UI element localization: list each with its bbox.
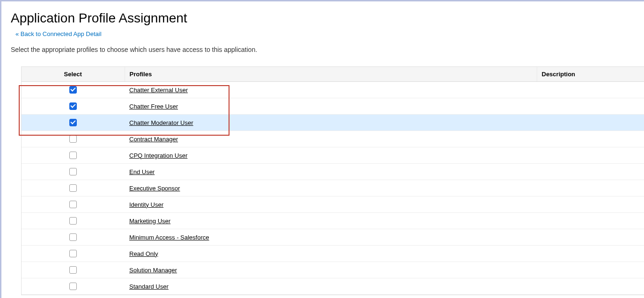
cell-profile: End User <box>125 164 537 180</box>
cell-profile: Minimum Access - Salesforce <box>125 229 537 246</box>
cell-select <box>22 213 125 229</box>
cell-description <box>537 229 644 246</box>
profile-link[interactable]: Marketing User <box>129 218 170 225</box>
profile-link[interactable]: Chatter Moderator User <box>129 119 193 126</box>
profile-link[interactable]: Minimum Access - Salesforce <box>129 234 209 241</box>
profile-link[interactable]: Identity User <box>129 201 163 208</box>
profile-link[interactable]: End User <box>129 168 155 175</box>
cell-profile: Contract Manager <box>125 131 537 147</box>
cell-description <box>537 180 644 196</box>
cell-select <box>22 147 125 164</box>
header-description: Description <box>537 67 644 82</box>
table-row: CPQ Integration User <box>22 147 644 164</box>
cell-select <box>22 196 125 213</box>
cell-select <box>22 164 125 180</box>
back-link[interactable]: « Back to Connected App Detail <box>15 30 102 37</box>
cell-description <box>537 262 644 278</box>
cell-select <box>22 98 125 115</box>
cell-select <box>22 82 125 98</box>
cell-profile: Executive Sponsor <box>125 180 537 196</box>
profile-link[interactable]: CPQ Integration User <box>129 152 187 159</box>
cell-description <box>537 164 644 180</box>
profile-checkbox[interactable] <box>69 184 77 192</box>
table-header-row: Select Profiles Description <box>22 67 644 82</box>
table-row: Chatter Moderator User <box>22 115 644 131</box>
profiles-table: Select Profiles Description Chatter Exte… <box>22 67 644 295</box>
cell-description <box>537 115 644 131</box>
table-row: Executive Sponsor <box>22 180 644 196</box>
profile-checkbox[interactable] <box>69 119 77 126</box>
cell-description <box>537 131 644 147</box>
header-profiles: Profiles <box>125 67 537 82</box>
table-row: Read Only <box>22 246 644 262</box>
cell-description <box>537 196 644 213</box>
profile-checkbox[interactable] <box>69 86 77 94</box>
profile-checkbox[interactable] <box>69 283 77 290</box>
table-row: Minimum Access - Salesforce <box>22 229 644 246</box>
profile-link[interactable]: Solution Manager <box>129 267 177 274</box>
cell-description <box>537 98 644 115</box>
profile-checkbox[interactable] <box>69 250 77 257</box>
profile-link[interactable]: Chatter External User <box>129 87 188 94</box>
profile-checkbox[interactable] <box>69 233 77 241</box>
cell-profile: Marketing User <box>125 213 537 229</box>
page-title: Application Profile Assignment <box>11 11 644 26</box>
table-row: Chatter Free User <box>22 98 644 115</box>
cell-profile: Standard User <box>125 278 537 295</box>
cell-description <box>537 82 644 98</box>
table-row: Marketing User <box>22 213 644 229</box>
profile-checkbox[interactable] <box>69 201 77 208</box>
profile-checkbox[interactable] <box>69 152 77 159</box>
cell-profile: Chatter Free User <box>125 98 537 115</box>
cell-profile: Chatter Moderator User <box>125 115 537 131</box>
cell-profile: Identity User <box>125 196 537 213</box>
table-row: Solution Manager <box>22 262 644 278</box>
table-row: Chatter External User <box>22 82 644 98</box>
profile-checkbox[interactable] <box>69 168 77 175</box>
table-row: End User <box>22 164 644 180</box>
table-row: Contract Manager <box>22 131 644 147</box>
profile-checkbox[interactable] <box>69 102 77 110</box>
cell-select <box>22 115 125 131</box>
cell-select <box>22 131 125 147</box>
cell-select <box>22 229 125 246</box>
profile-checkbox[interactable] <box>69 217 77 225</box>
cell-profile: Read Only <box>125 246 537 262</box>
header-select: Select <box>22 67 125 82</box>
cell-profile: Chatter External User <box>125 82 537 98</box>
cell-description <box>537 246 644 262</box>
table-row: Standard User <box>22 278 644 295</box>
profile-link[interactable]: Executive Sponsor <box>129 185 180 192</box>
cell-profile: CPQ Integration User <box>125 147 537 164</box>
cell-description <box>537 278 644 295</box>
profile-link[interactable]: Chatter Free User <box>129 103 178 110</box>
cell-select <box>22 278 125 295</box>
profile-link[interactable]: Contract Manager <box>129 136 178 143</box>
cell-description <box>537 147 644 164</box>
profile-checkbox[interactable] <box>69 266 77 274</box>
profile-checkbox[interactable] <box>69 135 77 143</box>
cell-select <box>22 180 125 196</box>
table-row: Identity User <box>22 196 644 213</box>
cell-profile: Solution Manager <box>125 262 537 278</box>
instruction-text: Select the appropriate profiles to choos… <box>11 46 644 53</box>
cell-select <box>22 246 125 262</box>
cell-select <box>22 262 125 278</box>
profile-link[interactable]: Read Only <box>129 250 158 257</box>
profiles-table-container: Select Profiles Description Chatter Exte… <box>21 66 644 295</box>
cell-description <box>537 213 644 229</box>
profile-link[interactable]: Standard User <box>129 283 169 290</box>
page-wrap: Application Profile Assignment « Back to… <box>1 1 644 295</box>
